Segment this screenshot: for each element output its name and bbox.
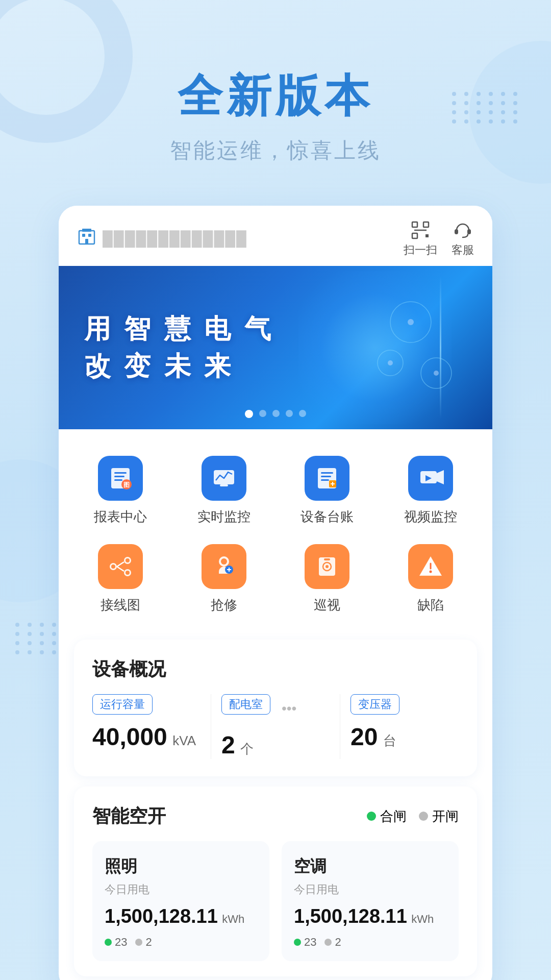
menu-item-wiring[interactable]: 接线图 (69, 536, 172, 624)
svg-point-51 (325, 565, 329, 568)
banner-text: 用 智 慧 电 气 改 变 未 来 (84, 310, 274, 385)
menu-item-defect[interactable]: 缺陷 (379, 536, 483, 624)
menu-label-report: 报表中心 (94, 508, 147, 526)
repair-icon-wrap (202, 544, 246, 589)
banner-dot-1 (245, 410, 253, 418)
menu-label-repair: 抢修 (211, 596, 237, 614)
svg-rect-3 (85, 239, 88, 244)
menu-item-report[interactable]: 图 报表中心 (69, 448, 172, 536)
toggle-on[interactable]: 合闸 (367, 807, 407, 825)
video-icon-wrap (408, 456, 453, 501)
svg-rect-11 (467, 229, 471, 234)
stat-divider-2 (340, 694, 340, 759)
svg-line-39 (117, 562, 124, 567)
smart-card-title-lighting: 照明 (105, 855, 257, 878)
svg-point-16 (388, 360, 393, 365)
building-icon (77, 227, 96, 251)
stat-divider-1 (211, 694, 211, 759)
menu-item-video[interactable]: 视频监控 (379, 448, 483, 536)
headset-icon (453, 220, 473, 240)
stat-badge-transformer: 变压器 (350, 694, 399, 715)
monitor-icon-wrap (202, 456, 246, 501)
smart-card-footer-ac: 23 2 (294, 936, 446, 949)
banner: 用 智 慧 电 气 改 变 未 来 (59, 266, 492, 429)
footer-dot-gray (135, 939, 142, 946)
svg-point-45 (221, 558, 227, 565)
banner-dot-4 (286, 410, 293, 417)
svg-rect-25 (220, 484, 228, 486)
company-name: █████████████ (103, 231, 247, 247)
smart-cards: 照明 今日用电 1,500,128.11 kWh 23 2 (92, 841, 459, 961)
svg-rect-19 (114, 472, 127, 474)
patrol-icon (314, 553, 340, 580)
patrol-icon-wrap (305, 544, 349, 589)
stat-value-room: 2 个 (221, 731, 330, 759)
equipment-section: 设备概况 运行容量 40,000 kVA 配电室 ••• 2 个 (74, 640, 477, 776)
svg-text:图: 图 (123, 481, 130, 488)
stat-value-transformer: 20 台 (350, 723, 459, 751)
scan-button[interactable]: 扫一扫 (404, 220, 437, 258)
banner-line1: 用 智 慧 电 气 (84, 310, 274, 348)
stat-room: 配电室 ••• 2 个 (221, 694, 330, 759)
footer-dot-green-ac (294, 939, 301, 946)
menu-item-monitor[interactable]: 实时监控 (172, 448, 276, 536)
smart-card-value-ac: 1,500,128.11 kWh (294, 905, 446, 927)
menu-label-device: 设备台账 (300, 508, 354, 526)
hero-section: 全新版本 智能运维，惊喜上线 (0, 0, 551, 165)
svg-point-41 (111, 565, 115, 569)
banner-line2: 改 变 未 来 (84, 348, 274, 385)
smart-card-footer-lighting: 23 2 (105, 936, 257, 949)
svg-line-40 (117, 567, 124, 571)
defect-icon-wrap (408, 544, 453, 589)
smart-card-lighting[interactable]: 照明 今日用电 1,500,128.11 kWh 23 2 (92, 841, 269, 961)
customer-service-button[interactable]: 客服 (452, 220, 474, 258)
svg-point-42 (126, 558, 130, 562)
banner-dot-2 (259, 410, 266, 417)
toggle-dot-off (419, 812, 428, 821)
toggle-off[interactable]: 开闸 (419, 807, 459, 825)
svg-point-55 (429, 570, 432, 573)
smart-card-ac[interactable]: 空调 今日用电 1,500,128.11 kWh 23 2 (282, 841, 459, 961)
svg-rect-21 (114, 479, 122, 481)
smart-card-value-lighting: 1,500,128.11 kWh (105, 905, 257, 927)
smart-card-title-ac: 空调 (294, 855, 446, 878)
monitor-icon (211, 465, 237, 492)
toggle-off-label: 开闸 (432, 807, 459, 825)
stat-badge-capacity: 运行容量 (92, 694, 153, 715)
svg-rect-1 (82, 234, 85, 237)
smart-title: 智能空开 (92, 804, 166, 829)
report-icon: 图 (107, 465, 134, 492)
menu-label-monitor: 实时监控 (197, 508, 251, 526)
scan-icon (410, 220, 431, 240)
footer-item-ac-off: 2 (324, 936, 341, 949)
device-icon (314, 465, 340, 492)
smart-toggles: 合闸 开闸 (367, 807, 459, 825)
menu-item-device[interactable]: 设备台账 (276, 448, 379, 536)
svg-rect-9 (425, 234, 429, 237)
svg-rect-27 (321, 472, 333, 474)
hero-title: 全新版本 (0, 71, 551, 121)
smart-header: 智能空开 合闸 开闸 (92, 804, 459, 829)
menu-item-patrol[interactable]: 巡视 (276, 536, 379, 624)
more-icon[interactable]: ••• (277, 700, 302, 717)
footer-dot-green (105, 939, 112, 946)
svg-point-43 (126, 571, 130, 575)
footer-count-on: 23 (115, 936, 127, 949)
banner-dot-3 (272, 410, 280, 417)
svg-rect-5 (412, 222, 417, 227)
svg-rect-28 (321, 476, 331, 477)
equipment-title: 设备概况 (92, 657, 459, 682)
svg-rect-29 (321, 479, 329, 481)
svg-rect-52 (324, 558, 330, 560)
footer-item-on: 23 (105, 936, 127, 949)
app-header: █████████████ 扫一扫 (59, 206, 492, 266)
menu-item-repair[interactable]: 抢修 (172, 536, 276, 624)
menu-label-patrol: 巡视 (314, 596, 340, 614)
stat-capacity: 运行容量 40,000 kVA (92, 694, 201, 751)
footer-count-off: 2 (145, 936, 152, 949)
stat-badge-room: 配电室 (221, 694, 270, 715)
video-icon (417, 465, 444, 492)
hero-subtitle: 智能运维，惊喜上线 (0, 136, 551, 165)
menu-grid: 图 报表中心 实时监控 (59, 429, 492, 634)
footer-item-off: 2 (135, 936, 152, 949)
